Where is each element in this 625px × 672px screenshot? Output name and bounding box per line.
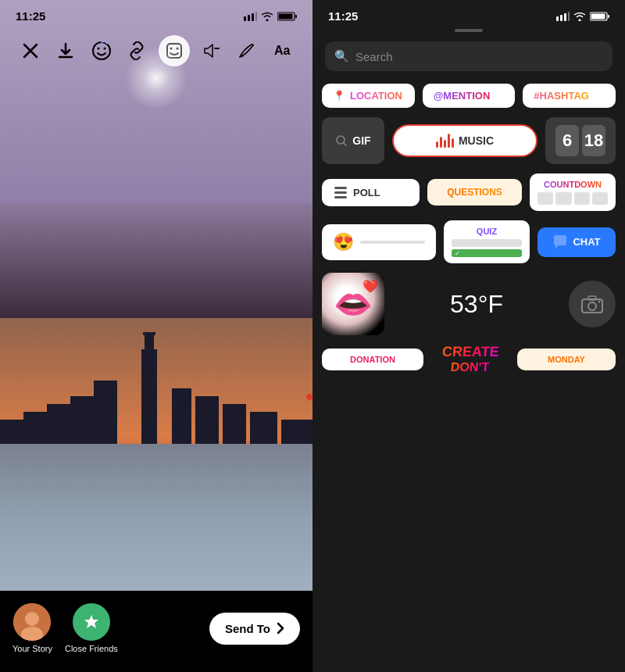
music-sticker[interactable]: MUSIC xyxy=(392,124,538,157)
status-time-right: 11:25 xyxy=(328,9,358,23)
svg-point-45 xyxy=(588,302,596,310)
your-story-avatar xyxy=(13,603,51,641)
svg-rect-1 xyxy=(248,15,250,21)
quiz-sticker[interactable]: QUIZ ✓ xyxy=(444,220,530,263)
sticker-row-1: 📍 LOCATION @MENTION #HASHTAG xyxy=(322,84,616,108)
send-to-button[interactable]: Send To xyxy=(209,613,300,645)
create-sticker[interactable]: CREATE DON'T xyxy=(431,345,509,374)
search-bar[interactable]: 🔍 Search xyxy=(325,41,612,71)
download-button[interactable] xyxy=(52,37,80,65)
mention-sticker[interactable]: @MENTION xyxy=(423,84,516,108)
svg-rect-36 xyxy=(560,15,562,21)
sheet-handle xyxy=(455,29,483,32)
search-icon: 🔍 xyxy=(334,49,349,63)
red-indicator xyxy=(306,394,312,400)
svg-point-14 xyxy=(170,48,172,50)
camera-icon xyxy=(581,295,603,313)
mention-label: @MENTION xyxy=(434,90,491,102)
draw-button[interactable] xyxy=(233,37,261,65)
star-icon xyxy=(83,613,100,631)
sticker-bottom-row: DONATION CREATE DON'T MONDAY xyxy=(322,345,616,380)
svg-point-15 xyxy=(176,48,178,50)
sun-glow xyxy=(125,47,188,109)
text-label: Aa xyxy=(274,44,290,58)
svg-point-11 xyxy=(97,48,99,50)
svg-rect-2 xyxy=(252,13,254,21)
gif-label: GIF xyxy=(352,134,370,147)
svg-rect-46 xyxy=(588,296,596,300)
battery-icon-right xyxy=(590,12,609,21)
svg-rect-19 xyxy=(143,332,155,335)
poll-sticker[interactable]: POLL xyxy=(322,179,420,206)
wifi-icon xyxy=(261,12,273,21)
gif-sticker[interactable]: GIF xyxy=(322,117,384,164)
donation-sticker[interactable]: DONATION xyxy=(322,349,423,370)
quiz-label: QUIZ xyxy=(452,227,522,236)
countdown-label: COUNTDOWN xyxy=(538,180,608,189)
signal-icon xyxy=(244,12,257,21)
slider-track xyxy=(360,241,425,244)
clock-sticker[interactable]: 6 18 xyxy=(545,117,616,164)
your-story-option[interactable]: Your Story xyxy=(12,603,52,653)
chat-bubble-icon xyxy=(552,235,568,249)
countdown-sticker[interactable]: COUNTDOWN xyxy=(530,173,616,211)
music-label: MUSIC xyxy=(459,134,494,147)
svg-rect-5 xyxy=(279,13,293,19)
svg-point-10 xyxy=(93,42,110,59)
monday-sticker[interactable]: MONDAY xyxy=(517,349,616,370)
sticker-row-3: POLL QUESTIONS COUNTDOWN xyxy=(322,173,616,211)
emoji-slider-sticker[interactable]: 😍 xyxy=(322,224,436,260)
svg-rect-38 xyxy=(568,12,570,21)
sticker-row-5: 👄 ❤️ 53°F xyxy=(322,273,616,335)
right-panel: 11:25 🔍 Search xyxy=(312,0,625,672)
status-icons-right xyxy=(556,12,609,21)
location-sticker[interactable]: 📍 LOCATION xyxy=(322,84,415,108)
avatar-image xyxy=(13,603,51,641)
camera-sticker[interactable] xyxy=(569,281,616,327)
svg-rect-20 xyxy=(141,349,157,459)
left-panel: 11:25 xyxy=(0,0,312,672)
donation-label: DONATION xyxy=(350,355,395,364)
temperature-sticker[interactable]: 53°F xyxy=(392,290,561,319)
status-time-left: 11:25 xyxy=(16,9,45,23)
chat-label: CHAT xyxy=(573,236,600,248)
close-friends-avatar xyxy=(73,603,110,641)
close-friends-option[interactable]: Close Friends xyxy=(65,603,118,653)
countdown-blocks xyxy=(538,192,608,205)
quiz-answer-correct: ✓ xyxy=(452,249,522,257)
quiz-answer-bar-1 xyxy=(452,239,522,247)
svg-rect-3 xyxy=(255,12,257,21)
svg-rect-35 xyxy=(556,16,559,21)
your-story-label: Your Story xyxy=(12,644,52,653)
clock-digit-1: 6 xyxy=(555,125,579,156)
poll-label: POLL xyxy=(353,187,380,198)
text-button[interactable]: Aa xyxy=(268,37,296,65)
questions-label: QUESTIONS xyxy=(447,187,502,198)
water-area xyxy=(0,444,312,591)
dont-label: DON'T xyxy=(451,360,491,374)
svg-rect-0 xyxy=(244,16,246,21)
svg-point-47 xyxy=(598,301,601,303)
clock-digit-2: 18 xyxy=(582,125,605,156)
hashtag-sticker[interactable]: #HASHTAG xyxy=(523,84,616,108)
close-friends-label: Close Friends xyxy=(65,644,118,653)
close-button[interactable] xyxy=(16,37,45,65)
emoji-button[interactable] xyxy=(88,37,116,65)
search-placeholder: Search xyxy=(355,50,393,63)
battery-icon xyxy=(277,12,297,21)
create-label: CREATE xyxy=(441,345,499,360)
svg-rect-40 xyxy=(591,13,605,19)
svg-rect-6 xyxy=(295,15,297,18)
story-image xyxy=(0,203,312,591)
monday-label: MONDAY xyxy=(548,355,585,364)
music-bars-icon xyxy=(436,134,454,148)
bottom-bar-left: Your Story Close Friends Send To xyxy=(0,591,312,672)
mouth-sticker[interactable]: 👄 ❤️ xyxy=(322,273,384,335)
temp-label: 53°F xyxy=(450,290,503,319)
svg-rect-41 xyxy=(608,15,609,18)
svg-point-12 xyxy=(103,48,105,50)
chat-sticker[interactable]: CHAT xyxy=(538,227,616,257)
volume-button[interactable] xyxy=(197,37,225,65)
questions-sticker[interactable]: QUESTIONS xyxy=(427,179,522,206)
poll-icon xyxy=(334,187,347,198)
